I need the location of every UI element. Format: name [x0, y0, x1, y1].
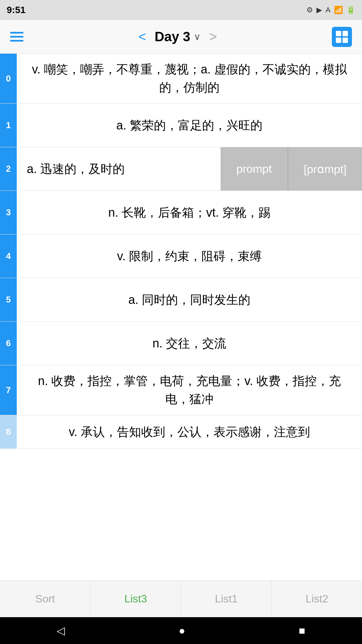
word-row-with-popup[interactable]: 2 a. 迅速的，及时的 prompt [prɑmpt]	[0, 147, 362, 191]
font-icon: A	[325, 6, 330, 14]
word-row[interactable]: 3 n. 长靴，后备箱；vt. 穿靴，踢	[0, 191, 362, 234]
word-definition-3: n. 长靴，后备箱；vt. 穿靴，踢	[17, 191, 362, 234]
tab-sort[interactable]: Sort	[0, 581, 90, 617]
nav-day-title: Day 3	[155, 29, 190, 44]
status-time: 9:51	[7, 5, 25, 15]
word-definition-7: n. 收费，指控，掌管，电荷，充电量；v. 收费，指控，充电，猛冲	[17, 365, 362, 415]
hamburger-menu[interactable]	[10, 32, 23, 42]
word-row[interactable]: 5 a. 同时的，同时发生的	[0, 278, 362, 322]
settings-icon: ⚙	[306, 6, 313, 14]
battery-icon: 🔋	[346, 6, 355, 14]
svg-rect-1	[343, 31, 348, 36]
word-row[interactable]: 6 n. 交往，交流	[0, 322, 362, 365]
word-definition-5: a. 同时的，同时发生的	[17, 278, 362, 321]
word-definition-1: a. 繁荣的，富足的，兴旺的	[17, 104, 362, 147]
nav-bar: < Day 3 ∨ >	[0, 20, 362, 54]
word-list: 0 v. 嘲笑，嘲弄，不尊重，蔑视；a. 虚假的，不诚实的，模拟的，仿制的 1 …	[0, 54, 362, 449]
word-definition-0: v. 嘲笑，嘲弄，不尊重，蔑视；a. 虚假的，不诚实的，模拟的，仿制的	[17, 54, 362, 103]
popup-phonetic-label: [prɑmpt]	[288, 147, 362, 191]
word-row[interactable]: 1 a. 繁荣的，富足的，兴旺的	[0, 104, 362, 147]
word-index-2: 2	[0, 147, 17, 191]
android-home-button[interactable]: ●	[179, 625, 185, 637]
svg-rect-2	[336, 38, 341, 43]
android-back-button[interactable]: ◁	[57, 624, 65, 637]
word-row[interactable]: 7 n. 收费，指控，掌管，电荷，充电量；v. 收费，指控，充电，猛冲	[0, 365, 362, 415]
svg-rect-0	[336, 31, 341, 36]
word-index-8: 8	[0, 415, 17, 448]
word-index-6: 6	[0, 322, 17, 365]
popup-word-label: prompt	[221, 147, 288, 191]
word-definition-4: v. 限制，约束，阻碍，束缚	[17, 234, 362, 278]
nav-next-button[interactable]: >	[204, 29, 222, 44]
word-definition-8: v. 承认，告知收到，公认，表示感谢，注意到	[17, 415, 362, 448]
word-index-5: 5	[0, 278, 17, 321]
tab-list2[interactable]: List2	[272, 581, 362, 617]
word-row[interactable]: 8 v. 承认，告知收到，公认，表示感谢，注意到	[0, 415, 362, 449]
word-index-7: 7	[0, 365, 17, 415]
status-icons: ⚙ ▶ A 📶 🔋	[306, 6, 355, 14]
signal-icon: 📶	[334, 6, 343, 14]
word-definition-6: n. 交往，交流	[17, 322, 362, 365]
nav-title-area: < Day 3 ∨ >	[133, 29, 222, 44]
word-index-1: 1	[0, 104, 17, 147]
svg-rect-3	[343, 38, 348, 43]
tab-list1[interactable]: List1	[181, 581, 272, 617]
word-row[interactable]: 0 v. 嘲笑，嘲弄，不尊重，蔑视；a. 虚假的，不诚实的，模拟的，仿制的	[0, 54, 362, 104]
word-index-3: 3	[0, 191, 17, 234]
android-recent-button[interactable]: ■	[299, 625, 305, 637]
grid-view-button[interactable]	[332, 27, 352, 47]
dropdown-arrow-icon[interactable]: ∨	[194, 31, 201, 42]
android-nav-bar: ◁ ● ■	[0, 617, 362, 644]
word-row[interactable]: 4 v. 限制，约束，阻碍，束缚	[0, 234, 362, 278]
tab-list3[interactable]: List3	[90, 581, 181, 617]
nav-prev-button[interactable]: <	[133, 29, 151, 44]
word-popup-overlay[interactable]: prompt [prɑmpt]	[221, 147, 362, 191]
play-icon: ▶	[316, 6, 322, 14]
bottom-tab-bar: Sort List3 List1 List2	[0, 580, 362, 617]
word-index-0: 0	[0, 54, 17, 103]
word-index-4: 4	[0, 234, 17, 278]
status-bar: 9:51 ⚙ ▶ A 📶 🔋	[0, 0, 362, 20]
